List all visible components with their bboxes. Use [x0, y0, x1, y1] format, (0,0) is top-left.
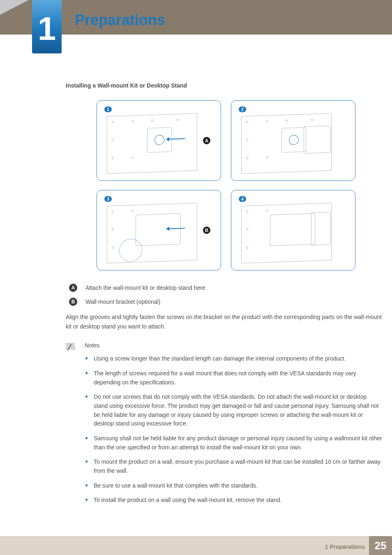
footer-label: 1 Preparations — [325, 543, 365, 550]
chapter-number-block: 1 — [32, 0, 62, 53]
chapter-title: Preparations — [75, 12, 165, 29]
letter-badge-b: B — [203, 227, 210, 234]
letter-badge-a: A — [203, 137, 210, 144]
diagram-panel-4: 4 — [231, 190, 355, 271]
note-item: Do not use screws that do not comply wit… — [94, 393, 386, 428]
legend: A Attach the wall-mount kit or desktop s… — [66, 284, 386, 306]
legend-row-b: B Wall-mount bracket (optional) — [69, 298, 386, 306]
footer-page-number: 25 — [375, 539, 387, 552]
step-badge-4: 4 — [239, 196, 246, 202]
footer-page-box: 25 — [369, 536, 392, 555]
step-badge-3: 3 — [104, 196, 112, 202]
diagram-panel-1: 1 A — [97, 100, 221, 181]
legend-badge-a: A — [69, 284, 77, 292]
legend-row-a: A Attach the wall-mount kit or desktop s… — [69, 284, 386, 292]
notes-heading: Notes — [85, 342, 386, 349]
header-triangle-decor — [0, 0, 29, 15]
section-heading: Installing a Wall-mount Kit or Desktop S… — [66, 82, 386, 89]
chapter-number: 1 — [38, 12, 56, 45]
legend-badge-b: B — [69, 298, 77, 306]
note-item: The length of screws required for a wall… — [94, 369, 386, 387]
diagram-panel-3: 3 B — [97, 190, 221, 271]
note-item: Be sure to use a wall-mount kit that com… — [94, 481, 386, 490]
content-area: Installing a Wall-mount Kit or Desktop S… — [66, 82, 386, 511]
legend-text-a: Attach the wall-mount kit or desktop sta… — [85, 284, 205, 291]
note-item: To mount the product on a wall, ensure y… — [94, 458, 386, 475]
notes-section: Notes Using a screw longer than the stan… — [66, 342, 386, 511]
note-item: Using a screw longer than the standard l… — [94, 354, 386, 363]
note-item: To install the product on a wall using t… — [94, 496, 386, 505]
pencil-note-icon — [66, 343, 76, 351]
note-item: Samsung shall not be held liable for any… — [94, 434, 386, 452]
step-badge-1: 1 — [104, 106, 112, 112]
step-badge-2: 2 — [239, 106, 246, 112]
diagram-panel-2: 2 — [231, 100, 355, 181]
notes-list: Using a screw longer than the standard l… — [85, 354, 386, 505]
diagram-group: 1 A 2 — [97, 100, 355, 271]
body-paragraph: Align the grooves and tightly fasten the… — [66, 312, 386, 331]
legend-text-b: Wall-mount bracket (optional) — [85, 298, 160, 305]
